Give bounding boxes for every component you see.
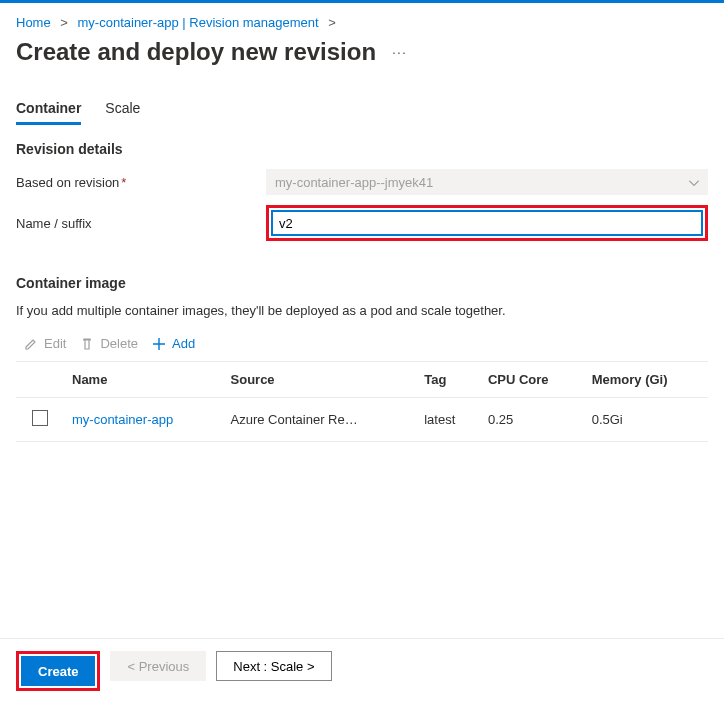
tab-scale[interactable]: Scale	[105, 94, 140, 125]
name-suffix-input[interactable]	[271, 210, 703, 236]
more-actions-button[interactable]: ···	[392, 44, 407, 60]
container-image-heading: Container image	[16, 275, 708, 291]
delete-button: Delete	[80, 336, 138, 351]
name-suffix-highlight	[266, 205, 708, 241]
revision-details-heading: Revision details	[16, 141, 708, 157]
delete-icon	[80, 337, 94, 351]
row-tag: latest	[416, 398, 480, 442]
breadcrumb: Home > my-container-app | Revision manag…	[16, 11, 708, 38]
create-button-highlight: Create	[16, 651, 100, 691]
row-name-link[interactable]: my-container-app	[72, 412, 173, 427]
edit-icon	[24, 337, 38, 351]
row-source: Azure Container Re…	[223, 398, 417, 442]
col-source: Source	[223, 362, 417, 398]
col-memory: Memory (Gi)	[584, 362, 708, 398]
plus-icon	[152, 337, 166, 351]
container-table: Name Source Tag CPU Core Memory (Gi) my-…	[16, 361, 708, 442]
col-cpu: CPU Core	[480, 362, 584, 398]
row-cpu: 0.25	[480, 398, 584, 442]
table-row[interactable]: my-container-app Azure Container Re… lat…	[16, 398, 708, 442]
based-on-revision-dropdown: my-container-app--jmyek41	[266, 169, 708, 195]
row-checkbox[interactable]	[32, 410, 48, 426]
previous-button: < Previous	[110, 651, 206, 681]
next-button[interactable]: Next : Scale >	[216, 651, 331, 681]
tabs: Container Scale	[16, 94, 708, 125]
edit-button: Edit	[24, 336, 66, 351]
breadcrumb-sep-icon: >	[328, 15, 336, 30]
tab-container[interactable]: Container	[16, 94, 81, 125]
create-button[interactable]: Create	[21, 656, 95, 686]
col-name: Name	[64, 362, 223, 398]
based-on-revision-label: Based on revision*	[16, 175, 266, 190]
container-toolbar: Edit Delete Add	[16, 336, 708, 351]
row-memory: 0.5Gi	[584, 398, 708, 442]
name-suffix-label: Name / suffix	[16, 216, 266, 231]
page-title: Create and deploy new revision	[16, 38, 376, 66]
footer: Create < Previous Next : Scale >	[0, 638, 724, 703]
breadcrumb-home[interactable]: Home	[16, 15, 51, 30]
container-image-description: If you add multiple container images, th…	[16, 303, 708, 318]
add-button[interactable]: Add	[152, 336, 195, 351]
breadcrumb-app[interactable]: my-container-app | Revision management	[78, 15, 319, 30]
col-tag: Tag	[416, 362, 480, 398]
chevron-down-icon	[689, 175, 699, 190]
breadcrumb-sep-icon: >	[60, 15, 68, 30]
based-on-revision-value: my-container-app--jmyek41	[275, 175, 433, 190]
